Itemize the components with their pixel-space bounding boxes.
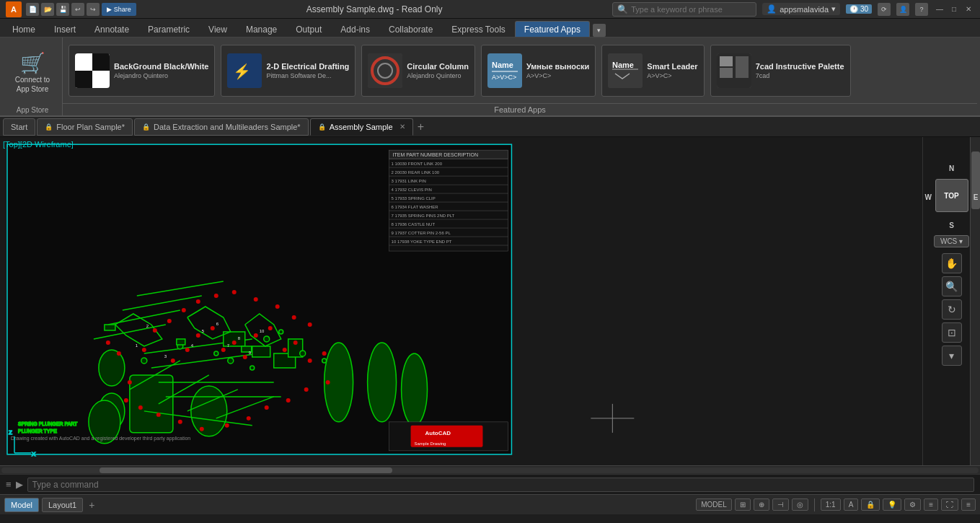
open-icon[interactable]: 📂: [41, 3, 54, 16]
app-info-electrical: 2-D Electrical Drafting Pittman Software…: [266, 62, 349, 79]
orbit-tool[interactable]: ↻: [942, 299, 962, 320]
tab-add-ins[interactable]: Add-ins: [331, 21, 379, 37]
app-card-smart-leader[interactable]: Name Smart Leader A>V>C>: [601, 45, 704, 97]
annotation-btn[interactable]: A: [844, 498, 859, 511]
tab-assembly[interactable]: 🔒 Assembly Sample ✕: [310, 118, 413, 136]
status-bar: Model Layout1 + MODEL ⊞ ⊕ ⊣ ◎ 1:1 A 🔒 💡 …: [0, 494, 980, 514]
minimize-button[interactable]: —: [934, 4, 945, 15]
sync-icon[interactable]: ⟳: [878, 3, 891, 16]
tab-output[interactable]: Output: [286, 21, 331, 37]
svg-point-115: [196, 299, 200, 304]
model-label[interactable]: MODEL: [696, 498, 732, 511]
close-button[interactable]: ✕: [963, 4, 974, 15]
add-tab-button[interactable]: +: [415, 120, 427, 133]
featured-apps-label: Featured Apps: [63, 103, 977, 115]
svg-point-98: [322, 351, 327, 356]
save-icon[interactable]: 💾: [56, 3, 69, 16]
tab-collaborate[interactable]: Collaborate: [379, 21, 442, 37]
nav-more[interactable]: ▾: [942, 346, 962, 366]
svg-text:9   17937          COTTER PIN : 9 17937 COTTER PIN 2-56 PL: [392, 231, 451, 235]
app-card-electrical[interactable]: ⚡ 2-D Electrical Drafting Pittman Softwa…: [221, 45, 356, 97]
window-controls: — □ ✕: [934, 4, 974, 15]
horizontal-scrollbar[interactable]: [0, 465, 980, 474]
svg-point-121: [308, 322, 312, 327]
svg-point-71: [279, 330, 283, 334]
tab-view[interactable]: View: [199, 21, 237, 37]
svg-rect-46: [130, 375, 173, 433]
search-icon: 🔍: [617, 4, 628, 14]
counter-badge[interactable]: 🕐 30: [846, 4, 872, 14]
svg-rect-1: [75, 53, 92, 71]
svg-point-87: [185, 348, 190, 352]
cmd-arrow-icon[interactable]: ▶: [16, 479, 23, 490]
isolate-btn[interactable]: 💡: [883, 498, 901, 511]
svg-point-89: [211, 326, 215, 330]
clock-icon: 🕐: [849, 5, 858, 13]
tab-featured-apps[interactable]: Featured Apps: [515, 21, 590, 37]
scrollbar-track: [1, 467, 979, 473]
zoom-tool[interactable]: 🔍: [942, 276, 962, 296]
connect-appstore-button[interactable]: 🛒 Connect to App Store: [7, 47, 58, 98]
svg-text:Sample Drawing: Sample Drawing: [415, 441, 446, 446]
pan-tool[interactable]: ✋: [942, 253, 962, 273]
drawing-area[interactable]: [Top][2D Wireframe] ITEM PART NUMBER DES…: [0, 137, 922, 465]
new-icon[interactable]: 📄: [26, 3, 39, 16]
undo-icon[interactable]: ↩: [71, 3, 84, 16]
snap-btn[interactable]: ⊕: [754, 498, 769, 511]
tab-data-extraction[interactable]: 🔒 Data Extraction and Multileaders Sampl…: [134, 118, 309, 136]
featured-apps-ribbon: BackGround Black/White Alejandro Quinter…: [63, 38, 977, 115]
help-icon[interactable]: ?: [915, 3, 928, 16]
status-right: MODEL ⊞ ⊕ ⊣ ◎ 1:1 A 🔒 💡 ⚙ ≡ ⛶ ≡: [696, 498, 976, 511]
share-icon[interactable]: ▶ Share: [102, 3, 136, 16]
search-input[interactable]: [631, 5, 746, 14]
layout1-tab[interactable]: Layout1: [42, 498, 83, 512]
tab-express-tools[interactable]: Express Tools: [442, 21, 514, 37]
wcs-button[interactable]: WCS ▾: [934, 235, 969, 247]
svg-point-91: [232, 340, 237, 345]
user-info[interactable]: 👤 appsmalavida ▾: [762, 3, 840, 15]
customize-btn[interactable]: ≡: [961, 498, 976, 511]
close-assembly-tab[interactable]: ✕: [399, 123, 405, 131]
app-card-7cad[interactable]: 7cad Instructive Palette 7cad: [710, 45, 851, 97]
svg-rect-18: [736, 56, 749, 78]
compass-north: N: [949, 164, 954, 172]
grid-btn[interactable]: ⊞: [735, 498, 751, 511]
svg-point-86: [171, 359, 175, 363]
add-layout-button[interactable]: +: [86, 499, 97, 511]
tab-home[interactable]: Home: [3, 21, 45, 37]
command-input[interactable]: [27, 478, 974, 492]
hardware-btn[interactable]: ⚙: [904, 498, 921, 511]
svg-text:5   17933          SPRING CLIP: 5 17933 SPRING CLIP: [392, 196, 436, 201]
tab-manage[interactable]: Manage: [237, 21, 286, 37]
tab-floor-plan[interactable]: 🔒 Floor Plan Sample*: [37, 118, 133, 136]
tab-parametric[interactable]: Parametric: [138, 21, 199, 37]
svg-point-73: [322, 359, 327, 363]
fullscreen-btn[interactable]: ⛶: [941, 498, 958, 511]
lock-icon-data: 🔒: [142, 123, 150, 131]
tab-annotate[interactable]: Annotate: [85, 21, 138, 37]
tab-start[interactable]: Start: [3, 118, 35, 136]
search-box[interactable]: 🔍: [612, 2, 756, 17]
profile-icon[interactable]: 👤: [896, 3, 909, 16]
ortho-btn[interactable]: ⊣: [772, 498, 789, 511]
app-card-bw[interactable]: BackGround Black/White Alejandro Quinter…: [69, 45, 215, 97]
svg-point-96: [293, 340, 298, 345]
svg-text:A>V>C>: A>V>C>: [492, 74, 516, 81]
nav-cube-top[interactable]: TOP: [935, 179, 968, 212]
model-tab[interactable]: Model: [4, 498, 39, 512]
maximize-button[interactable]: □: [948, 4, 960, 15]
redo-icon[interactable]: ↪: [87, 3, 100, 16]
app-card-vynoska[interactable]: NameA>V>C> Умные выноски A>V>C>: [481, 45, 596, 97]
ribbon-more-icon[interactable]: ▾: [593, 24, 606, 37]
app-info-smart-leader: Smart Leader A>V>C>: [647, 62, 697, 79]
lock-btn[interactable]: 🔒: [861, 498, 880, 511]
zoom-scale[interactable]: 1:1: [821, 498, 841, 511]
props-btn[interactable]: ≡: [924, 498, 938, 511]
scrollbar-thumb-h[interactable]: [100, 467, 393, 473]
extent-tool[interactable]: ⊡: [942, 322, 962, 343]
lock-icon-floor: 🔒: [45, 123, 53, 131]
cmd-settings-icon[interactable]: ≡: [6, 479, 12, 490]
tab-insert[interactable]: Insert: [45, 21, 85, 37]
app-card-circular[interactable]: Circular Column Alejandro Quintero: [361, 45, 475, 97]
polar-btn[interactable]: ◎: [792, 498, 808, 511]
